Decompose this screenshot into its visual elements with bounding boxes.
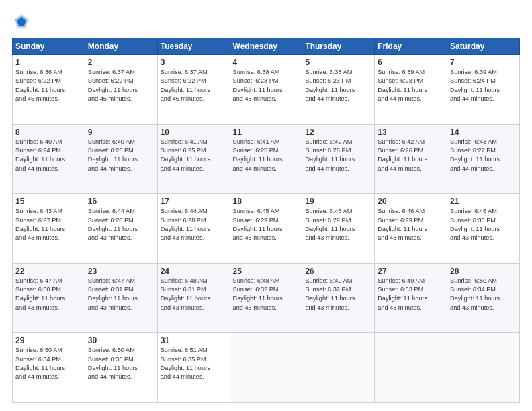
day-number: 25 (233, 267, 300, 276)
day-info: Sunrise: 6:46 AM Sunset: 6:30 PM Dayligh… (450, 207, 517, 242)
calendar-cell: 17Sunrise: 6:44 AM Sunset: 6:28 PM Dayli… (157, 194, 230, 264)
calendar-cell: 31Sunrise: 6:51 AM Sunset: 6:35 PM Dayli… (157, 333, 230, 403)
calendar-cell: 13Sunrise: 6:42 AM Sunset: 6:26 PM Dayli… (375, 124, 447, 194)
logo (12, 12, 34, 31)
day-header-sunday: Sunday (13, 38, 85, 55)
calendar-cell: 21Sunrise: 6:46 AM Sunset: 6:30 PM Dayli… (447, 194, 520, 264)
day-info: Sunrise: 6:43 AM Sunset: 6:27 PM Dayligh… (15, 207, 82, 242)
calendar-header: SundayMondayTuesdayWednesdayThursdayFrid… (13, 38, 520, 55)
day-number: 18 (233, 197, 300, 206)
day-number: 11 (233, 128, 300, 137)
day-info: Sunrise: 6:47 AM Sunset: 6:30 PM Dayligh… (15, 277, 82, 312)
calendar-cell: 3Sunrise: 6:37 AM Sunset: 6:22 PM Daylig… (157, 55, 230, 125)
day-info: Sunrise: 6:44 AM Sunset: 6:28 PM Dayligh… (88, 207, 154, 242)
day-number: 9 (88, 128, 154, 137)
day-info: Sunrise: 6:43 AM Sunset: 6:27 PM Dayligh… (450, 138, 517, 173)
calendar-cell: 14Sunrise: 6:43 AM Sunset: 6:27 PM Dayli… (447, 124, 520, 194)
day-info: Sunrise: 6:47 AM Sunset: 6:31 PM Dayligh… (88, 277, 154, 312)
calendar-cell: 6Sunrise: 6:39 AM Sunset: 6:23 PM Daylig… (375, 55, 447, 125)
day-info: Sunrise: 6:42 AM Sunset: 6:26 PM Dayligh… (378, 138, 444, 173)
calendar-week-1: 1Sunrise: 6:36 AM Sunset: 6:22 PM Daylig… (13, 55, 520, 125)
calendar-cell: 8Sunrise: 6:40 AM Sunset: 6:24 PM Daylig… (13, 124, 85, 194)
day-info: Sunrise: 6:45 AM Sunset: 6:29 PM Dayligh… (305, 207, 371, 242)
calendar-cell: 26Sunrise: 6:49 AM Sunset: 6:32 PM Dayli… (302, 263, 375, 333)
calendar-cell: 10Sunrise: 6:41 AM Sunset: 6:25 PM Dayli… (157, 124, 230, 194)
day-info: Sunrise: 6:50 AM Sunset: 6:34 PM Dayligh… (15, 346, 82, 381)
calendar-cell: 19Sunrise: 6:45 AM Sunset: 6:29 PM Dayli… (302, 194, 375, 264)
day-number: 30 (88, 336, 154, 345)
calendar-cell: 25Sunrise: 6:48 AM Sunset: 6:32 PM Dayli… (230, 263, 302, 333)
calendar-body: 1Sunrise: 6:36 AM Sunset: 6:22 PM Daylig… (13, 55, 520, 403)
header (12, 12, 520, 31)
day-number: 31 (161, 336, 227, 345)
calendar-cell: 9Sunrise: 6:40 AM Sunset: 6:25 PM Daylig… (85, 124, 157, 194)
calendar-cell (230, 333, 302, 403)
calendar-cell (375, 333, 447, 403)
day-number: 26 (305, 267, 371, 276)
day-info: Sunrise: 6:49 AM Sunset: 6:32 PM Dayligh… (305, 277, 371, 312)
day-info: Sunrise: 6:50 AM Sunset: 6:35 PM Dayligh… (88, 346, 154, 381)
calendar-cell: 2Sunrise: 6:37 AM Sunset: 6:22 PM Daylig… (85, 55, 157, 125)
page: SundayMondayTuesdayWednesdayThursdayFrid… (0, 0, 532, 411)
day-number: 20 (378, 197, 444, 206)
day-number: 12 (305, 128, 371, 137)
calendar-cell: 7Sunrise: 6:39 AM Sunset: 6:24 PM Daylig… (447, 55, 520, 125)
day-header-wednesday: Wednesday (230, 38, 302, 55)
day-info: Sunrise: 6:49 AM Sunset: 6:33 PM Dayligh… (378, 277, 444, 312)
day-number: 22 (15, 267, 82, 276)
day-number: 16 (88, 197, 154, 206)
day-number: 28 (450, 267, 517, 276)
day-number: 15 (15, 197, 82, 206)
day-header-friday: Friday (375, 38, 447, 55)
day-info: Sunrise: 6:39 AM Sunset: 6:23 PM Dayligh… (378, 68, 444, 103)
day-info: Sunrise: 6:42 AM Sunset: 6:26 PM Dayligh… (305, 138, 371, 173)
calendar-table: SundayMondayTuesdayWednesdayThursdayFrid… (12, 38, 520, 403)
day-header-saturday: Saturday (447, 38, 520, 55)
day-number: 24 (161, 267, 227, 276)
day-info: Sunrise: 6:40 AM Sunset: 6:25 PM Dayligh… (88, 138, 154, 173)
day-info: Sunrise: 6:37 AM Sunset: 6:22 PM Dayligh… (161, 68, 227, 103)
day-number: 29 (15, 336, 82, 345)
day-number: 8 (15, 128, 82, 137)
day-info: Sunrise: 6:48 AM Sunset: 6:31 PM Dayligh… (161, 277, 227, 312)
day-number: 14 (450, 128, 517, 137)
calendar-cell: 20Sunrise: 6:46 AM Sunset: 6:29 PM Dayli… (375, 194, 447, 264)
day-header-thursday: Thursday (302, 38, 375, 55)
day-info: Sunrise: 6:44 AM Sunset: 6:28 PM Dayligh… (161, 207, 227, 242)
day-number: 19 (305, 197, 371, 206)
day-number: 6 (378, 58, 444, 67)
day-info: Sunrise: 6:38 AM Sunset: 6:23 PM Dayligh… (233, 68, 300, 103)
day-number: 13 (378, 128, 444, 137)
day-info: Sunrise: 6:46 AM Sunset: 6:29 PM Dayligh… (378, 207, 444, 242)
calendar-week-3: 15Sunrise: 6:43 AM Sunset: 6:27 PM Dayli… (13, 194, 520, 264)
day-number: 7 (450, 58, 517, 67)
calendar-cell: 5Sunrise: 6:38 AM Sunset: 6:23 PM Daylig… (302, 55, 375, 125)
day-info: Sunrise: 6:41 AM Sunset: 6:25 PM Dayligh… (233, 138, 300, 173)
day-number: 17 (161, 197, 227, 206)
calendar-cell: 15Sunrise: 6:43 AM Sunset: 6:27 PM Dayli… (13, 194, 85, 264)
calendar-week-2: 8Sunrise: 6:40 AM Sunset: 6:24 PM Daylig… (13, 124, 520, 194)
day-number: 21 (450, 197, 517, 206)
calendar-cell: 16Sunrise: 6:44 AM Sunset: 6:28 PM Dayli… (85, 194, 157, 264)
calendar-cell (302, 333, 375, 403)
calendar-cell (447, 333, 520, 403)
day-number: 23 (88, 267, 154, 276)
calendar-cell: 28Sunrise: 6:50 AM Sunset: 6:34 PM Dayli… (447, 263, 520, 333)
calendar-cell: 22Sunrise: 6:47 AM Sunset: 6:30 PM Dayli… (13, 263, 85, 333)
calendar-cell: 11Sunrise: 6:41 AM Sunset: 6:25 PM Dayli… (230, 124, 302, 194)
day-info: Sunrise: 6:36 AM Sunset: 6:22 PM Dayligh… (15, 68, 82, 103)
calendar-week-4: 22Sunrise: 6:47 AM Sunset: 6:30 PM Dayli… (13, 263, 520, 333)
day-info: Sunrise: 6:48 AM Sunset: 6:32 PM Dayligh… (233, 277, 300, 312)
day-info: Sunrise: 6:41 AM Sunset: 6:25 PM Dayligh… (161, 138, 227, 173)
day-info: Sunrise: 6:50 AM Sunset: 6:34 PM Dayligh… (450, 277, 517, 312)
day-info: Sunrise: 6:40 AM Sunset: 6:24 PM Dayligh… (15, 138, 82, 173)
calendar-cell: 1Sunrise: 6:36 AM Sunset: 6:22 PM Daylig… (13, 55, 85, 125)
day-number: 10 (161, 128, 227, 137)
day-info: Sunrise: 6:45 AM Sunset: 6:29 PM Dayligh… (233, 207, 300, 242)
calendar-cell: 4Sunrise: 6:38 AM Sunset: 6:23 PM Daylig… (230, 55, 302, 125)
calendar-cell: 18Sunrise: 6:45 AM Sunset: 6:29 PM Dayli… (230, 194, 302, 264)
calendar-cell: 27Sunrise: 6:49 AM Sunset: 6:33 PM Dayli… (375, 263, 447, 333)
days-of-week-row: SundayMondayTuesdayWednesdayThursdayFrid… (13, 38, 520, 55)
calendar-cell: 12Sunrise: 6:42 AM Sunset: 6:26 PM Dayli… (302, 124, 375, 194)
day-info: Sunrise: 6:39 AM Sunset: 6:24 PM Dayligh… (450, 68, 517, 103)
